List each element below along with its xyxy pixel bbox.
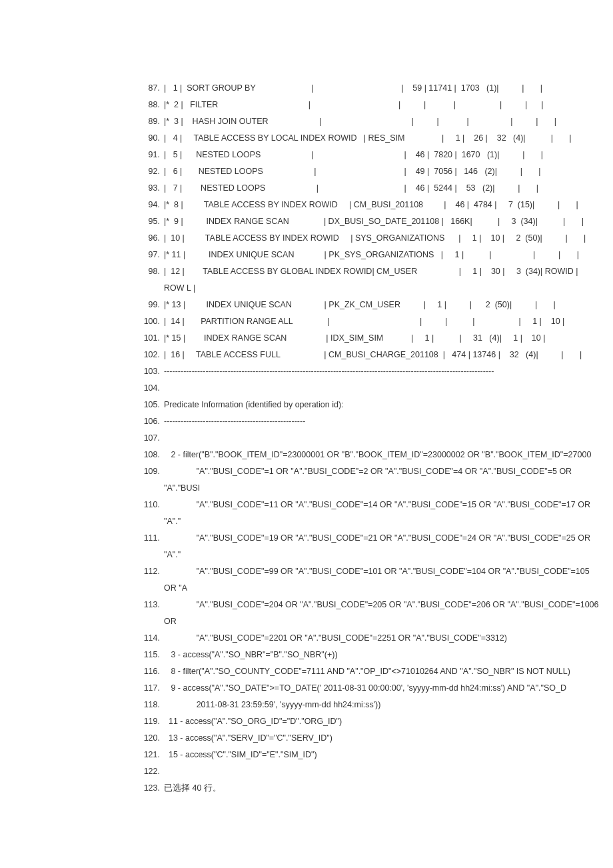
code-line: 109. "A"."BUSI_CODE"=1 OR "A"."BUSI_CODE…	[0, 463, 613, 497]
line-number: 87.	[133, 80, 164, 97]
code-line: 95.|* 9 | INDEX RANGE SCAN | DX_BUSI_SO_…	[0, 213, 613, 230]
code-line: 98.| 12 | TABLE ACCESS BY GLOBAL INDEX R…	[0, 263, 613, 297]
code-line: 112. "A"."BUSI_CODE"=99 OR "A"."BUSI_COD…	[0, 563, 613, 597]
code-line: 105.Predicate Information (identified by…	[0, 397, 613, 413]
code-line: 89.|* 3 | HASH JOIN OUTER | | | | | | |	[0, 113, 613, 130]
line-number: 98.	[133, 263, 164, 280]
line-number: 118.	[133, 697, 164, 713]
line-number: 107.	[133, 430, 164, 447]
code-line: 97.|* 11 | INDEX UNIQUE SCAN | PK_SYS_OR…	[0, 247, 613, 263]
line-content: |* 3 | HASH JOIN OUTER | | | | | | |	[164, 113, 613, 130]
code-line: 108. 2 - filter("B"."BOOK_ITEM_ID"=23000…	[0, 447, 613, 463]
line-number: 109.	[133, 463, 164, 480]
line-number: 112.	[133, 563, 164, 580]
line-number: 115.	[133, 647, 164, 663]
line-content: | 14 | PARTITION RANGE ALL | | | | | 1 |…	[164, 313, 613, 330]
line-content: | 5 | NESTED LOOPS | | 46 | 7820 | 1670 …	[164, 147, 613, 163]
line-number: 121.	[133, 747, 164, 763]
line-number: 91.	[133, 147, 164, 163]
line-content: "A"."BUSI_CODE"=19 OR "A"."BUSI_CODE"=21…	[164, 530, 613, 563]
line-content: | 10 | TABLE ACCESS BY INDEX ROWID | SYS…	[164, 230, 613, 247]
line-content: |* 15 | INDEX RANGE SCAN | IDX_SIM_SIM |…	[164, 330, 613, 347]
line-number: 110.	[133, 497, 164, 513]
line-number: 104.	[133, 380, 164, 397]
line-content: "A"."BUSI_CODE"=1 OR "A"."BUSI_CODE"=2 O…	[164, 463, 613, 497]
code-line: 87.| 1 | SORT GROUP BY | | 59 | 11741 | …	[0, 80, 613, 97]
line-number: 103.	[133, 363, 164, 380]
line-content: 8 - filter("A"."SO_COUNTY_CODE"=7111 AND…	[164, 663, 613, 680]
code-line: 101.|* 15 | INDEX RANGE SCAN | IDX_SIM_S…	[0, 330, 613, 347]
line-number: 117.	[133, 680, 164, 697]
code-line: 113. "A"."BUSI_CODE"=204 OR "A"."BUSI_CO…	[0, 597, 613, 630]
line-number: 113.	[133, 597, 164, 613]
line-content: "A"."BUSI_CODE"=11 OR "A"."BUSI_CODE"=14…	[164, 497, 613, 530]
code-line: 104.	[0, 380, 613, 397]
line-content: |* 13 | INDEX UNIQUE SCAN | PK_ZK_CM_USE…	[164, 297, 613, 313]
line-content	[164, 763, 613, 780]
line-number: 114.	[133, 630, 164, 647]
line-content: | 6 | NESTED LOOPS | | 49 | 7056 | 146 (…	[164, 163, 613, 180]
code-line: 92.| 6 | NESTED LOOPS | | 49 | 7056 | 14…	[0, 163, 613, 180]
line-content: | 1 | SORT GROUP BY | | 59 | 11741 | 170…	[164, 80, 613, 97]
code-line: 96.| 10 | TABLE ACCESS BY INDEX ROWID | …	[0, 230, 613, 247]
code-line: 115. 3 - access("A"."SO_NBR"="B"."SO_NBR…	[0, 647, 613, 663]
line-content: "A"."BUSI_CODE"=204 OR "A"."BUSI_CODE"=2…	[164, 597, 613, 630]
line-content: 15 - access("C"."SIM_ID"="E"."SIM_ID")	[164, 747, 613, 763]
line-content: | 4 | TABLE ACCESS BY LOCAL INDEX ROWID …	[164, 130, 613, 147]
line-content: 11 - access("A"."SO_ORG_ID"="D"."ORG_ID"…	[164, 713, 613, 730]
code-line: 123.已选择 40 行。	[0, 780, 613, 797]
line-content: "A"."BUSI_CODE"=99 OR "A"."BUSI_CODE"=10…	[164, 563, 613, 597]
line-number: 97.	[133, 247, 164, 263]
code-listing: 87.| 1 | SORT GROUP BY | | 59 | 11741 | …	[0, 80, 613, 797]
code-line: 111. "A"."BUSI_CODE"=19 OR "A"."BUSI_COD…	[0, 530, 613, 563]
line-number: 105.	[133, 397, 164, 413]
code-line: 118. 2011-08-31 23:59:59', 'syyyy-mm-dd …	[0, 697, 613, 713]
line-number: 99.	[133, 297, 164, 313]
line-number: 106.	[133, 413, 164, 430]
line-content: |* 8 | TABLE ACCESS BY INDEX ROWID | CM_…	[164, 197, 613, 213]
line-number: 90.	[133, 130, 164, 147]
line-content	[164, 430, 613, 447]
line-content: | 7 | NESTED LOOPS | | 46 | 5244 | 53 (2…	[164, 180, 613, 197]
code-line: 121. 15 - access("C"."SIM_ID"="E"."SIM_I…	[0, 747, 613, 763]
line-content: Predicate Information (identified by ope…	[164, 397, 613, 413]
line-number: 89.	[133, 113, 164, 130]
line-number: 102.	[133, 347, 164, 363]
code-line: 110. "A"."BUSI_CODE"=11 OR "A"."BUSI_COD…	[0, 497, 613, 530]
line-number: 100.	[133, 313, 164, 330]
line-number: 95.	[133, 213, 164, 230]
code-line: 107.	[0, 430, 613, 447]
line-number: 123.	[133, 780, 164, 797]
code-line: 90.| 4 | TABLE ACCESS BY LOCAL INDEX ROW…	[0, 130, 613, 147]
line-number: 93.	[133, 180, 164, 197]
line-content: | 16 | TABLE ACCESS FULL | CM_BUSI_CHARG…	[164, 347, 613, 363]
code-line: 103.------------------------------------…	[0, 363, 613, 380]
line-number: 92.	[133, 163, 164, 180]
line-content: 2 - filter("B"."BOOK_ITEM_ID"=23000001 O…	[164, 447, 613, 463]
line-content: | 12 | TABLE ACCESS BY GLOBAL INDEX ROWI…	[164, 263, 613, 297]
code-line: 94.|* 8 | TABLE ACCESS BY INDEX ROWID | …	[0, 197, 613, 213]
line-number: 116.	[133, 663, 164, 680]
code-line: 117. 9 - access("A"."SO_DATE">=TO_DATE('…	[0, 680, 613, 697]
line-content: 13 - access("A"."SERV_ID"="C"."SERV_ID")	[164, 730, 613, 747]
line-content: 9 - access("A"."SO_DATE">=TO_DATE(' 2011…	[164, 680, 613, 697]
code-line: 114. "A"."BUSI_CODE"=2201 OR "A"."BUSI_C…	[0, 630, 613, 647]
line-number: 122.	[133, 763, 164, 780]
document-page: 87.| 1 | SORT GROUP BY | | 59 | 11741 | …	[0, 0, 613, 850]
line-number: 96.	[133, 230, 164, 247]
code-line: 119. 11 - access("A"."SO_ORG_ID"="D"."OR…	[0, 713, 613, 730]
code-line: 91.| 5 | NESTED LOOPS | | 46 | 7820 | 16…	[0, 147, 613, 163]
line-content: ----------------------------------------…	[164, 363, 613, 380]
code-line: 88.|* 2 | FILTER | | | | | | |	[0, 97, 613, 113]
code-line: 116. 8 - filter("A"."SO_COUNTY_CODE"=711…	[0, 663, 613, 680]
line-content: 2011-08-31 23:59:59', 'syyyy-mm-dd hh24:…	[164, 697, 613, 713]
line-content: ----------------------------------------…	[164, 413, 613, 430]
line-number: 119.	[133, 713, 164, 730]
line-number: 88.	[133, 97, 164, 113]
line-number: 120.	[133, 730, 164, 747]
code-line: 93.| 7 | NESTED LOOPS | | 46 | 5244 | 53…	[0, 180, 613, 197]
code-line: 102.| 16 | TABLE ACCESS FULL | CM_BUSI_C…	[0, 347, 613, 363]
line-content: "A"."BUSI_CODE"=2201 OR "A"."BUSI_CODE"=…	[164, 630, 613, 647]
code-line: 120. 13 - access("A"."SERV_ID"="C"."SERV…	[0, 730, 613, 747]
line-content	[164, 380, 613, 397]
